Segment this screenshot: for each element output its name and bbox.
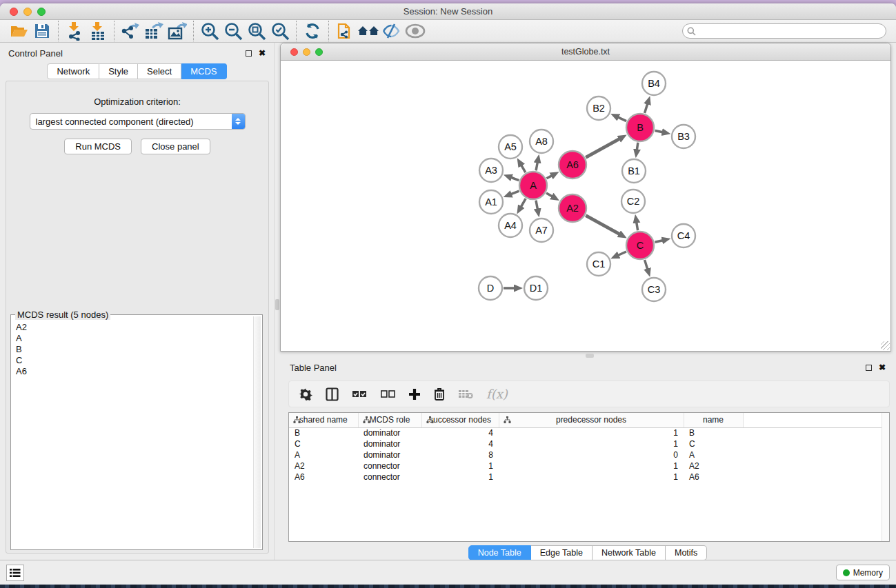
save-session-button[interactable] <box>30 21 54 41</box>
table-row[interactable]: A2connector11A2 <box>289 460 889 472</box>
graph-node-D1[interactable]: D1 <box>524 276 548 300</box>
graph-edge-C-C4[interactable] <box>655 241 662 243</box>
graph-edge-B-B2[interactable] <box>618 117 626 121</box>
graph-edge-A2-C[interactable] <box>586 216 619 234</box>
graph-node-A[interactable]: A <box>519 172 547 199</box>
run-mcds-button[interactable]: Run MCDS <box>64 139 132 154</box>
graph-node-A6[interactable]: A6 <box>559 151 586 179</box>
tab-edge-table[interactable]: Edge Table <box>531 545 593 560</box>
float-panel-icon[interactable] <box>246 50 252 57</box>
graph-edge-A-A7[interactable] <box>536 201 537 210</box>
minimize-network-icon[interactable] <box>303 48 310 56</box>
memory-button[interactable]: Memory <box>836 565 890 580</box>
refresh-view-button[interactable] <box>301 21 324 41</box>
graph-edge-C-C1[interactable] <box>618 252 626 255</box>
graph-node-A4[interactable]: A4 <box>499 214 522 237</box>
delete-table-button[interactable] <box>458 389 473 399</box>
graph-edge-A6-B[interactable] <box>586 139 619 157</box>
graph-node-B2[interactable]: B2 <box>587 97 610 120</box>
result-item[interactable]: A6 <box>12 366 261 377</box>
graph-edge-B-B4[interactable] <box>645 104 648 113</box>
close-network-icon[interactable] <box>290 48 298 56</box>
table-scrollbar[interactable] <box>882 413 889 541</box>
column-header-predecessor-nodes[interactable]: predecessor nodes <box>499 413 684 427</box>
delete-column-button[interactable] <box>434 387 445 401</box>
cell-successor-nodes[interactable]: 4 <box>421 438 499 449</box>
cell-shared-name[interactable]: C <box>289 438 358 449</box>
graph-edge-A-A8[interactable] <box>536 162 537 170</box>
cell-predecessor-nodes[interactable]: 0 <box>499 449 684 460</box>
cell-MCDS-role[interactable]: dominator <box>358 449 421 460</box>
graph-edge-C-C2[interactable] <box>637 223 638 231</box>
column-header-successor-nodes[interactable]: successor nodes <box>421 413 499 427</box>
graph-node-A3[interactable]: A3 <box>479 159 503 182</box>
graph-edge-B-B1[interactable] <box>637 143 638 150</box>
tab-network[interactable]: Network <box>47 63 99 79</box>
graph-edge-A-A3[interactable] <box>511 178 519 181</box>
mcds-result-list[interactable]: A2ABCA6 <box>12 316 261 548</box>
cell-name[interactable]: A2 <box>684 460 743 472</box>
graph-node-B4[interactable]: B4 <box>642 72 666 95</box>
graph-node-C2[interactable]: C2 <box>621 190 645 213</box>
cell-predecessor-nodes[interactable]: 1 <box>499 438 684 449</box>
tab-select[interactable]: Select <box>138 63 181 79</box>
window-resize-grip[interactable] <box>881 341 890 350</box>
table-settings-button[interactable] <box>299 387 312 401</box>
cell-MCDS-role[interactable]: connector <box>358 460 421 472</box>
graph-edge-A-A4[interactable] <box>521 199 526 207</box>
column-header-shared-name[interactable]: shared name <box>289 413 358 427</box>
minimize-window-icon[interactable] <box>23 8 32 16</box>
cell-successor-nodes[interactable]: 1 <box>421 472 499 483</box>
graph-node-A2[interactable]: A2 <box>559 194 586 222</box>
table-row[interactable]: Cdominator41C <box>289 438 889 449</box>
table-row[interactable]: Adominator80A <box>289 449 889 460</box>
zoom-fit-button[interactable] <box>245 21 268 41</box>
column-header-MCDS-role[interactable]: MCDS role <box>358 413 421 427</box>
export-image-button[interactable] <box>166 21 189 41</box>
cell-name[interactable]: A <box>684 449 743 460</box>
network-canvas[interactable]: AA1A2A3A4A5A6A7A8BB1B2B3B4CC1C2C3C4DD1 <box>281 61 890 351</box>
graph-node-C[interactable]: C <box>626 232 654 259</box>
graph-node-A7[interactable]: A7 <box>530 219 553 242</box>
cell-MCDS-role[interactable]: dominator <box>358 438 421 449</box>
table-row[interactable]: A6connector11A6 <box>289 472 889 483</box>
graph-node-C3[interactable]: C3 <box>642 278 666 301</box>
cell-predecessor-nodes[interactable]: 1 <box>499 460 684 472</box>
result-item[interactable]: B <box>12 344 261 355</box>
zoom-out-button[interactable] <box>221 21 245 41</box>
export-table-button[interactable] <box>142 21 166 41</box>
graph-edge-A-A6[interactable] <box>546 176 551 179</box>
import-table-button[interactable] <box>86 21 110 41</box>
export-network-button[interactable] <box>119 21 142 41</box>
import-network-button[interactable] <box>63 21 86 41</box>
result-item[interactable]: C <box>12 355 261 366</box>
result-item[interactable]: A <box>12 333 261 344</box>
criterion-select[interactable]: largest connected component (directed) <box>30 113 246 130</box>
tab-node-table[interactable]: Node Table <box>468 545 531 560</box>
cell-predecessor-nodes[interactable]: 1 <box>499 472 684 483</box>
cell-successor-nodes[interactable]: 1 <box>421 460 499 472</box>
graph-node-A5[interactable]: A5 <box>499 135 522 159</box>
column-header-name[interactable]: name <box>684 413 743 427</box>
graph-node-C1[interactable]: C1 <box>587 252 610 276</box>
result-item[interactable]: A2 <box>12 322 261 333</box>
zoom-in-button[interactable] <box>198 21 221 41</box>
zoom-selected-button[interactable] <box>268 21 292 41</box>
cell-shared-name[interactable]: A <box>289 449 358 460</box>
tab-mcds[interactable]: MCDS <box>181 63 226 79</box>
graph-node-A8[interactable]: A8 <box>530 130 553 153</box>
panel-splitter[interactable] <box>274 43 279 560</box>
table-row[interactable]: Bdominator41B <box>289 427 889 438</box>
deselect-all-button[interactable] <box>380 389 395 399</box>
create-column-button[interactable] <box>408 388 421 401</box>
close-panel-icon[interactable]: ✖ <box>259 50 266 57</box>
task-history-button[interactable] <box>6 565 24 581</box>
cell-predecessor-nodes[interactable]: 1 <box>499 427 684 438</box>
tab-motifs[interactable]: Motifs <box>666 545 707 560</box>
cell-successor-nodes[interactable]: 8 <box>421 449 499 460</box>
cell-MCDS-role[interactable]: dominator <box>358 427 421 438</box>
graph-node-B1[interactable]: B1 <box>622 159 646 183</box>
close-window-icon[interactable] <box>10 8 18 16</box>
graph-node-B3[interactable]: B3 <box>672 125 695 148</box>
cell-shared-name[interactable]: A6 <box>289 472 358 483</box>
